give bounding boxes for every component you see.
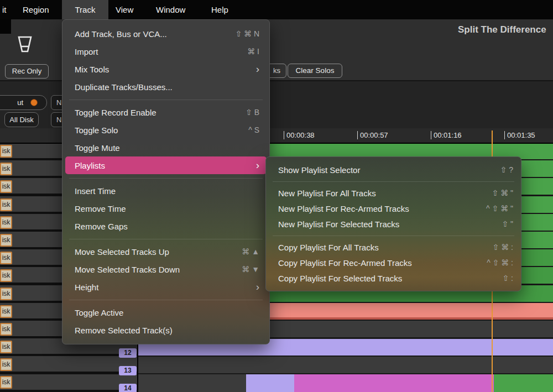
menu-item-shortcut: ^ ⇧ ⌘ " [486, 204, 513, 213]
menubar-item-track[interactable]: Track [62, 0, 108, 19]
menu-item-mix-tools[interactable]: Mix Tools › [62, 60, 269, 78]
disk-button[interactable]: isk [0, 163, 12, 175]
audio-region[interactable] [494, 374, 553, 392]
disk-button[interactable]: isk [0, 305, 12, 318]
chevron-right-icon: › [256, 64, 259, 74]
record-indicator-icon [30, 99, 38, 106]
disk-button[interactable]: isk [0, 234, 12, 247]
menu-item-copy-playlist-all[interactable]: Copy Playlist For All Tracks ⇧ ⌘ : [266, 239, 521, 255]
menu-item-move-tracks-up[interactable]: Move Selected Tracks Up ⌘ ▲ [62, 243, 269, 260]
menu-separator [266, 232, 521, 239]
menu-item-remove-selected-tracks[interactable]: Remove Selected Track(s) [62, 321, 269, 339]
menu-item-label: Toggle Record Enable [75, 108, 238, 117]
menu-item-label: Height [75, 283, 248, 292]
menu-item-duplicate-tracks[interactable]: Duplicate Tracks/Busses... [62, 78, 269, 96]
menu-item-shortcut: ^ S [248, 126, 259, 134]
menu-item-shortcut: ⇧ ⌘ : [493, 243, 513, 252]
menubar-item-view[interactable]: View [116, 0, 133, 19]
menu-item-shortcut: ⌘ ▼ [242, 265, 259, 274]
clear-solos-button[interactable]: Clear Solos [288, 64, 342, 78]
ruler-timestamp: 00:01:35 [504, 131, 535, 139]
menu-item-shortcut: ^ ⇧ ⌘ : [487, 258, 513, 267]
daw-window: Split The Difference Rec Only ks Clear S… [0, 0, 553, 392]
disk-button[interactable]: isk [0, 216, 12, 229]
empty-lane [138, 374, 553, 392]
menu-item-shortcut: ⇧ ? [500, 165, 513, 174]
all-disk-button[interactable]: All Disk [4, 112, 39, 127]
audio-region[interactable] [246, 374, 294, 392]
menu-item-label: Show Playlist Selector [278, 165, 493, 175]
menu-item-label: Copy Playlist For Selected Tracks [278, 274, 494, 283]
menu-item-new-playlist-selected[interactable]: New Playlist For Selected Tracks ⇧ " [266, 216, 521, 232]
menu-item-label: New Playlist For Selected Tracks [278, 219, 494, 229]
disk-button[interactable]: isk [0, 288, 12, 300]
menu-item-toggle-solo[interactable]: Toggle Solo ^ S [62, 121, 269, 139]
disk-button[interactable]: isk [0, 269, 12, 282]
menu-item-add-track[interactable]: Add Track, Bus or VCA... ⇧ ⌘ N [62, 25, 269, 43]
menu-item-move-tracks-down[interactable]: Move Selected Tracks Down ⌘ ▼ [62, 260, 269, 278]
menu-item-copy-playlist-selected[interactable]: Copy Playlist For Selected Tracks ⇧ : [266, 270, 521, 286]
menu-item-remove-time[interactable]: Remove Time [62, 200, 269, 217]
menu-item-label: Remove Time [75, 204, 259, 213]
playlists-submenu: Show Playlist Selector ⇧ ? New Playlist … [265, 156, 521, 291]
disk-button[interactable]: isk [0, 198, 12, 211]
disk-button[interactable]: isk [0, 180, 12, 193]
menu-separator [62, 235, 269, 243]
menu-item-label: Mix Tools [75, 65, 248, 74]
ruler-timestamp: 00:01:16 [431, 131, 462, 139]
menu-item-label: Move Selected Tracks Down [75, 265, 234, 274]
menu-item-label: Copy Playlist For All Tracks [278, 243, 485, 252]
menu-item-shortcut: ⌘ I [247, 47, 259, 56]
menu-item-shortcut: ⌘ ▲ [242, 247, 259, 256]
menu-item-label: Toggle Solo [75, 126, 241, 135]
menu-item-show-playlist-selector[interactable]: Show Playlist Selector ⇧ ? [266, 162, 521, 177]
corner-notch [0, 19, 11, 34]
disk-button[interactable]: isk [0, 145, 12, 158]
track-menu: Add Track, Bus or VCA... ⇧ ⌘ N Import ⌘ … [62, 19, 270, 344]
input-button-partial[interactable]: ut [0, 95, 47, 110]
disk-button[interactable]: isk [0, 341, 12, 353]
menu-item-shortcut: ⇧ ⌘ N [235, 29, 259, 38]
menu-item-toggle-active[interactable]: Toggle Active [62, 304, 269, 321]
menu-item-copy-playlist-rec-armed[interactable]: Copy Playlist For Rec-Armed Tracks ^ ⇧ ⌘… [266, 255, 521, 270]
disk-button[interactable]: isk [0, 252, 12, 264]
menu-item-playlists[interactable]: Playlists › [65, 156, 267, 174]
ruler-timestamp: 00:00:38 [284, 131, 315, 139]
disk-button[interactable]: isk [0, 323, 12, 336]
menu-item-label: Insert Time [75, 186, 259, 196]
menu-item-remove-gaps[interactable]: Remove Gaps [62, 217, 269, 235]
audio-region[interactable] [294, 374, 494, 392]
menu-item-shortcut: ⇧ : [502, 274, 513, 283]
menu-item-import[interactable]: Import ⌘ I [62, 43, 269, 60]
menu-item-new-playlist-rec-armed[interactable]: New Playlist For Rec-Armed Tracks ^ ⇧ ⌘ … [266, 201, 521, 216]
menu-item-label: New Playlist For All Tracks [278, 189, 484, 198]
menubar-item-region[interactable]: Region [23, 0, 49, 19]
disk-button-column: isk isk isk isk isk isk isk isk isk isk … [0, 143, 12, 392]
chevron-right-icon: › [256, 160, 259, 170]
menu-item-insert-time[interactable]: Insert Time [62, 182, 269, 200]
track-number[interactable]: 13 [119, 366, 137, 375]
disk-button[interactable]: isk [0, 376, 12, 389]
rec-only-button[interactable]: Rec Only [5, 64, 49, 79]
menubar-item-help[interactable]: Help [211, 0, 228, 19]
chevron-right-icon: › [256, 281, 259, 292]
disk-button[interactable]: isk [0, 358, 12, 371]
track-number[interactable]: 14 [119, 384, 137, 392]
menu-item-height[interactable]: Height › [62, 278, 269, 296]
menu-item-toggle-mute[interactable]: Toggle Mute [62, 139, 269, 156]
menubar-item-window[interactable]: Window [156, 0, 185, 19]
menubar-item-edit-partial[interactable]: it [2, 0, 7, 19]
menu-separator [62, 174, 269, 182]
menu-item-new-playlist-all[interactable]: New Playlist For All Tracks ⇧ ⌘ " [266, 185, 521, 201]
session-title: Split The Difference [458, 24, 553, 35]
menu-bar: it Region Track View Window Help [0, 0, 553, 19]
ruler-timestamp: 00:00:57 [357, 131, 388, 139]
menu-item-label: Import [75, 47, 239, 56]
track-number[interactable]: 12 [119, 348, 137, 358]
menu-item-label: Duplicate Tracks/Busses... [75, 82, 259, 92]
menu-item-label: Move Selected Tracks Up [75, 247, 234, 257]
tool-icon [14, 34, 35, 55]
menu-item-toggle-record-enable[interactable]: Toggle Record Enable ⇧ B [62, 103, 269, 121]
menu-item-label: New Playlist For Rec-Armed Tracks [278, 204, 478, 213]
menu-item-label: Playlists [75, 161, 248, 170]
